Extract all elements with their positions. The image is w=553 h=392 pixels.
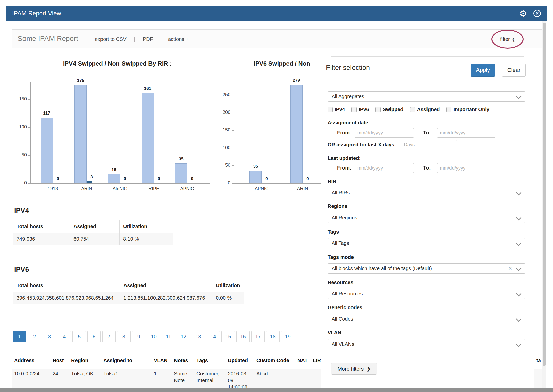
generic-codes-dropdown[interactable]: All Codes [328, 314, 525, 324]
clear-button[interactable]: Clear [502, 64, 526, 77]
report-toolbar: Some IPAM Report export to CSV | PDF act… [12, 29, 542, 48]
rir-dropdown[interactable]: All RIRs [328, 188, 525, 198]
ipam-report-window: IPAM Report View ⚙ ✕ Some IPAM Report ex… [0, 0, 553, 392]
page-button[interactable]: 17 [251, 331, 265, 342]
col-updated[interactable]: Updated [228, 358, 248, 363]
generic-codes-value: All Codes [332, 316, 353, 322]
filter-checkbox-row: IPv4IPv6SwippedAssignedImportant Only [328, 107, 489, 113]
scrollbar[interactable] [542, 21, 546, 388]
col-notes[interactable]: Notes [174, 358, 188, 363]
apply-button[interactable]: Apply [471, 64, 495, 77]
aggregates-dropdown[interactable]: All Aggregates [328, 91, 525, 102]
page-button[interactable]: 1 [13, 331, 26, 342]
vlan-dropdown[interactable]: All VLANs [328, 339, 525, 349]
filter-checkbox-item: Swipped [375, 107, 403, 113]
page-button[interactable]: 11 [162, 331, 175, 342]
bar-value-label: 3 [85, 175, 99, 180]
chevron-left-icon: ❮ [512, 37, 515, 42]
updated-to-input[interactable] [437, 163, 495, 173]
scrollbar-thumb[interactable] [543, 23, 546, 366]
regions-label: Regions [328, 203, 347, 209]
checkbox[interactable] [351, 107, 357, 112]
page-button[interactable]: 5 [72, 331, 86, 342]
page-button[interactable]: 8 [117, 331, 131, 342]
checkbox-label: Important Only [454, 107, 489, 113]
col-lir[interactable]: LIR [313, 358, 321, 363]
bar-value-label: 0 [152, 176, 166, 182]
y-tick-label: 250 [216, 92, 230, 98]
page-button[interactable]: 3 [43, 331, 56, 342]
filter-checkbox-item: IPv6 [351, 107, 369, 113]
ipv6-summary-row: 396,453,924,358,601,876,923,968,651,264 … [13, 292, 244, 304]
page-button[interactable]: 14 [207, 331, 220, 342]
checkbox[interactable] [375, 107, 381, 112]
col-nat[interactable]: NAT [297, 358, 308, 363]
x-category-label: 1918 [35, 186, 70, 192]
y-tick-label: 200 [216, 110, 230, 115]
assignment-to-input[interactable] [437, 128, 495, 138]
bar-value-label: 16 [103, 167, 125, 173]
export-csv-link[interactable]: export to CSV [95, 36, 127, 42]
aggregates-value: All Aggregates [332, 94, 364, 99]
chevron-down-icon [516, 341, 522, 347]
x-category-label: ARIN [285, 186, 320, 192]
page-button[interactable]: 12 [177, 331, 190, 342]
export-pdf-link[interactable]: PDF [143, 36, 153, 42]
days-input[interactable] [401, 140, 457, 149]
checkbox[interactable] [328, 107, 333, 112]
cell-region: Tulsa, OK [71, 370, 93, 377]
cell-address[interactable]: 10.0.0.0/24 [14, 370, 39, 377]
y-tick-label: 150 [13, 96, 27, 102]
bar-value-label: 0 [300, 176, 315, 182]
filter-toggle-button[interactable]: filter❮ [500, 36, 515, 42]
chevron-right-icon: ❯ [367, 366, 370, 372]
clear-icon[interactable]: ✕ [508, 266, 512, 271]
checkbox[interactable] [410, 107, 415, 112]
col-vlan[interactable]: VLAN [154, 358, 167, 363]
page-button[interactable]: 9 [132, 331, 145, 342]
page-button[interactable]: 15 [221, 331, 235, 342]
resources-dropdown[interactable]: All Resources [328, 289, 525, 299]
ipv6-col-total-hosts: Total hosts [13, 279, 120, 292]
bar-value-label: 0 [51, 176, 65, 182]
page-button[interactable]: 4 [58, 331, 71, 342]
gear-icon[interactable]: ⚙ [519, 8, 527, 19]
assignment-from-input[interactable] [355, 128, 414, 138]
col-address[interactable]: Address [14, 358, 34, 363]
vlan-value: All VLANs [332, 341, 354, 347]
checkbox-label: Swipped [383, 107, 403, 113]
checkbox-label: IPv4 [335, 107, 345, 113]
page-button[interactable]: 16 [236, 331, 250, 342]
page-button[interactable]: 18 [266, 331, 280, 342]
more-filters-button[interactable]: More filters❯ [331, 363, 377, 375]
col-assigned-to[interactable]: Assigned to [103, 358, 132, 363]
window-bottom-edge [0, 388, 553, 392]
page-button[interactable]: 13 [192, 331, 205, 342]
regions-dropdown[interactable]: All Regions [328, 213, 525, 223]
y-tick-label: 0 [216, 180, 230, 186]
col-region[interactable]: Region [71, 358, 88, 363]
checkbox[interactable] [446, 107, 451, 112]
updated-from-input[interactable] [355, 163, 414, 173]
page-button[interactable]: 2 [28, 331, 41, 342]
col-host[interactable]: Host [53, 358, 64, 363]
col-custom-code[interactable]: Custom Code [256, 358, 289, 363]
filter-panel: Filter selection Apply Clear All Aggrega… [321, 49, 534, 388]
close-icon[interactable]: ✕ [533, 10, 541, 17]
y-axis [30, 82, 31, 183]
actions-menu[interactable]: actions + [168, 36, 189, 42]
pagination: 12345678910111213141516171819 [13, 331, 296, 342]
tags-dropdown[interactable]: All Tags [328, 238, 525, 248]
y-tick-mark [28, 127, 30, 128]
ipv6-col-utilization: Utilization [212, 279, 244, 292]
col-tags[interactable]: Tags [196, 358, 208, 363]
tags-mode-dropdown[interactable]: All blocks which have all of the tags (D… [328, 263, 525, 274]
ipv6-col-assigned: Assigned [120, 279, 212, 292]
page-button[interactable]: 6 [87, 331, 101, 342]
bar-value-label: 0 [118, 176, 132, 182]
page-button[interactable]: 10 [147, 331, 160, 342]
page-button[interactable]: 7 [102, 331, 116, 342]
page-button[interactable]: 19 [281, 331, 294, 342]
filter-checkbox-item: Important Only [446, 107, 489, 113]
ipv4-assigned: 60,754 [70, 233, 120, 245]
